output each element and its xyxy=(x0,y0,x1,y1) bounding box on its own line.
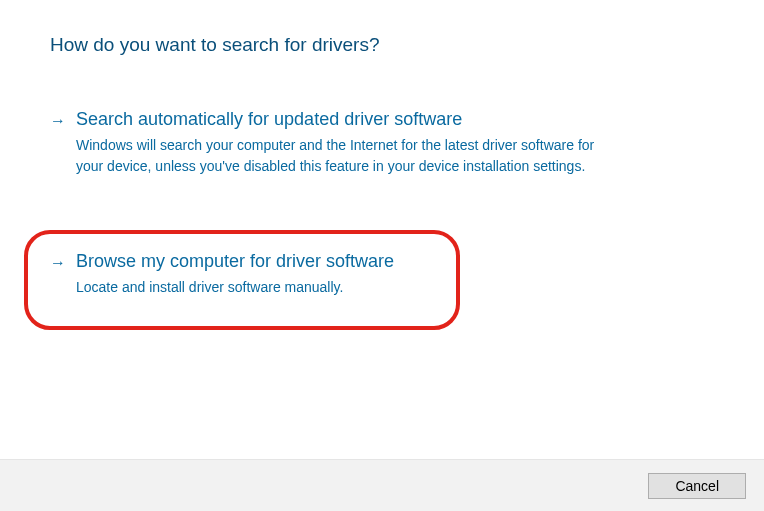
option-description: Locate and install driver software manua… xyxy=(76,277,394,297)
option-browse-computer[interactable]: → Browse my computer for driver software… xyxy=(50,248,394,300)
page-title: How do you want to search for drivers? xyxy=(50,34,714,56)
option-title: Browse my computer for driver software xyxy=(76,250,394,273)
option-title: Search automatically for updated driver … xyxy=(76,108,596,131)
dialog-footer: Cancel xyxy=(0,459,764,511)
option-search-automatically[interactable]: → Search automatically for updated drive… xyxy=(50,106,714,178)
option-description: Windows will search your computer and th… xyxy=(76,135,596,176)
arrow-right-icon: → xyxy=(50,112,66,130)
cancel-button[interactable]: Cancel xyxy=(648,473,746,499)
arrow-right-icon: → xyxy=(50,254,66,272)
